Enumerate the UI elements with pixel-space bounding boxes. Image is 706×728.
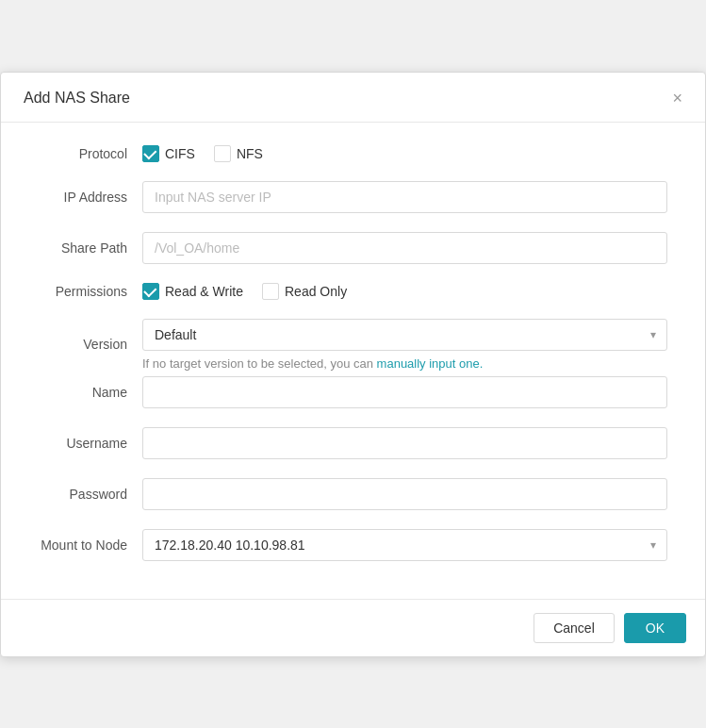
name-row: Name: [39, 376, 667, 408]
version-select[interactable]: Default: [142, 319, 667, 351]
version-label: Version: [39, 337, 142, 352]
read-write-option[interactable]: Read & Write: [142, 283, 243, 300]
dialog-body: Protocol CIFS NFS IP Address Share Path: [1, 123, 705, 599]
nfs-checkbox[interactable]: [214, 145, 231, 162]
username-row: Username: [39, 427, 667, 459]
password-input[interactable]: [142, 478, 667, 510]
version-hint-prefix: If no target version to be selected, you…: [142, 356, 377, 371]
share-path-field-wrapper: [142, 232, 667, 264]
cifs-option[interactable]: CIFS: [142, 145, 195, 162]
share-path-input[interactable]: [142, 232, 667, 264]
name-input[interactable]: [142, 376, 667, 408]
ip-address-label: IP Address: [39, 190, 142, 205]
version-row: Version Default ▾ If no target version t…: [39, 319, 667, 371]
share-path-label: Share Path: [39, 240, 142, 256]
ip-address-input[interactable]: [142, 181, 667, 213]
protocol-label: Protocol: [39, 146, 142, 161]
add-nas-share-dialog: Add NAS Share × Protocol CIFS NFS IP Add…: [0, 72, 706, 657]
read-only-option[interactable]: Read Only: [262, 283, 347, 300]
share-path-row: Share Path: [39, 232, 667, 264]
ip-address-row: IP Address: [39, 181, 667, 213]
password-label: Password: [39, 487, 142, 502]
version-hint: If no target version to be selected, you…: [142, 356, 667, 371]
password-row: Password: [39, 478, 667, 510]
read-write-label: Read & Write: [165, 284, 243, 299]
nfs-option[interactable]: NFS: [214, 145, 263, 162]
dialog-title: Add NAS Share: [24, 90, 130, 107]
name-label: Name: [39, 385, 142, 400]
dialog-footer: Cancel OK: [1, 599, 705, 656]
mount-to-node-select[interactable]: 172.18.20.40 10.10.98.81: [142, 529, 667, 561]
username-label: Username: [39, 436, 142, 451]
password-field-wrapper: [142, 478, 667, 510]
permissions-label: Permissions: [39, 284, 142, 299]
close-button[interactable]: ×: [668, 88, 686, 108]
username-input[interactable]: [142, 427, 667, 459]
read-write-checkbox[interactable]: [142, 283, 159, 300]
permissions-options: Read & Write Read Only: [142, 283, 667, 300]
cancel-button[interactable]: Cancel: [534, 613, 615, 643]
mount-to-node-label: Mount to Node: [39, 538, 142, 553]
mount-to-node-field-wrapper: 172.18.20.40 10.10.98.81 ▾: [142, 529, 667, 561]
protocol-row: Protocol CIFS NFS: [39, 145, 667, 162]
nfs-label: NFS: [237, 146, 263, 161]
cifs-label: CIFS: [165, 146, 195, 161]
dialog-header: Add NAS Share ×: [1, 73, 705, 123]
version-select-wrapper: Default ▾: [142, 319, 667, 351]
ok-button[interactable]: OK: [624, 613, 686, 643]
cifs-checkbox[interactable]: [142, 145, 159, 162]
protocol-options: CIFS NFS: [142, 145, 667, 162]
mount-to-node-select-wrapper: 172.18.20.40 10.10.98.81 ▾: [142, 529, 667, 561]
read-only-checkbox[interactable]: [262, 283, 279, 300]
name-field-wrapper: [142, 376, 667, 408]
read-only-label: Read Only: [285, 284, 347, 299]
version-field-wrapper: Default ▾ If no target version to be sel…: [142, 319, 667, 371]
mount-to-node-row: Mount to Node 172.18.20.40 10.10.98.81 ▾: [39, 529, 667, 561]
username-field-wrapper: [142, 427, 667, 459]
manually-input-link[interactable]: manually input one.: [377, 356, 484, 371]
ip-address-field-wrapper: [142, 181, 667, 213]
permissions-row: Permissions Read & Write Read Only: [39, 283, 667, 300]
